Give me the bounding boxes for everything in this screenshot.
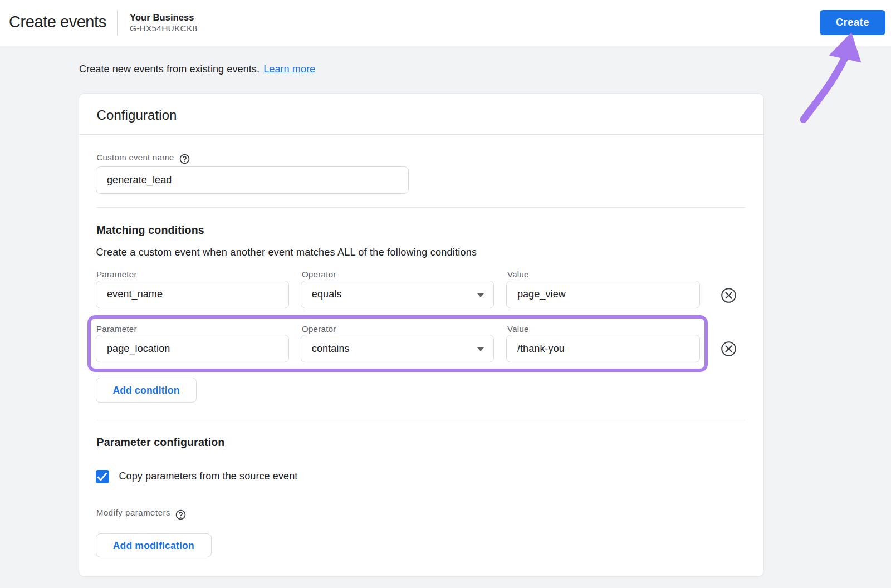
divider (96, 207, 746, 208)
create-button-label: Create (836, 17, 869, 28)
condition1-operator-select[interactable]: equals (301, 281, 495, 308)
parameter-configuration-title: Parameter configuration (97, 436, 225, 449)
value-column-label: Value (507, 270, 529, 279)
condition1-parameter-input[interactable]: event_name (96, 281, 289, 308)
app-header: Create events Your Business G-HX54HUKCK8… (0, 0, 891, 46)
learn-more-link[interactable]: Learn more (263, 63, 315, 75)
condition2-value-input[interactable]: /thank-you (506, 335, 700, 362)
intro-text: Create new events from existing events. … (79, 63, 315, 75)
add-condition-button[interactable]: Add condition (96, 378, 197, 403)
copy-parameters-label: Copy parameters from the source event (119, 471, 298, 482)
add-modification-button[interactable]: Add modification (96, 533, 212, 557)
condition1-operator-value: equals (312, 288, 342, 300)
dropdown-caret-icon (477, 347, 484, 351)
checkmark-icon (96, 470, 109, 483)
remove-condition1-icon[interactable] (721, 288, 736, 303)
add-condition-button-label: Add condition (112, 385, 179, 396)
condition1-value-value: page_view (517, 288, 566, 300)
parameter-column-label: Parameter (96, 324, 137, 334)
add-modification-button-label: Add modification (113, 540, 194, 552)
property-id: G-HX54HUKCK8 (130, 23, 197, 33)
help-icon[interactable] (179, 153, 190, 165)
configuration-card: Configuration Custom event name generate… (79, 94, 763, 576)
page-title: Create events (9, 13, 106, 31)
condition1-value-input[interactable]: page_view (506, 281, 700, 308)
matching-conditions-title: Matching conditions (97, 224, 204, 237)
intro-text-static: Create new events from existing events. (79, 63, 260, 75)
property-name: Your Business (130, 12, 194, 23)
custom-event-name-value: generate_lead (107, 174, 172, 186)
divider (79, 134, 763, 135)
condition2-operator-select[interactable]: contains (301, 335, 495, 362)
card-title: Configuration (97, 107, 177, 123)
copy-parameters-checkbox[interactable] (96, 470, 109, 483)
remove-condition2-icon[interactable] (721, 341, 736, 356)
condition2-operator-value: contains (312, 343, 350, 355)
value-column-label: Value (507, 324, 529, 334)
condition1-parameter-value: event_name (107, 288, 163, 300)
dropdown-caret-icon (477, 293, 484, 297)
condition2-parameter-input[interactable]: page_location (96, 335, 289, 362)
matching-conditions-description: Create a custom event when another event… (96, 247, 477, 258)
header-divider (117, 10, 118, 35)
condition2-value-value: /thank-you (517, 343, 565, 355)
condition2-parameter-value: page_location (107, 343, 170, 355)
operator-column-label: Operator (302, 324, 336, 334)
help-icon[interactable] (175, 509, 187, 521)
create-button[interactable]: Create (820, 10, 885, 35)
divider (96, 420, 746, 420)
parameter-column-label: Parameter (96, 270, 137, 279)
custom-event-name-input[interactable]: generate_lead (96, 166, 409, 194)
custom-event-name-label: Custom event name (97, 153, 174, 162)
operator-column-label: Operator (302, 270, 336, 279)
modify-parameters-label: Modify parameters (96, 508, 170, 517)
